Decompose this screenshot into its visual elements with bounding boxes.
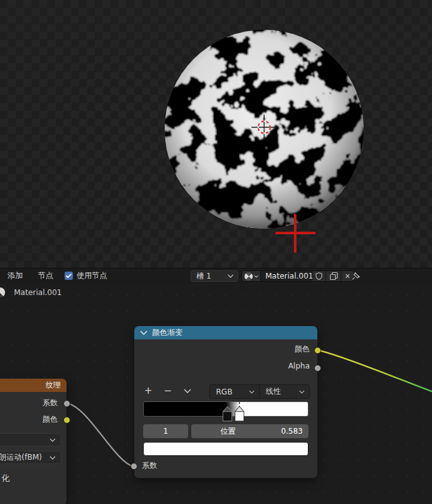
position-label: 位置 bbox=[220, 426, 236, 437]
noise-texture-node[interactable]: 纹理 系数 颜色 朗运动(fBM) 化 bbox=[0, 379, 67, 504]
breadcrumb: Material.001 bbox=[14, 288, 61, 297]
output-color-label: 颜色 bbox=[295, 344, 310, 355]
chevron-down-icon bbox=[184, 389, 191, 393]
shader-editor-canvas[interactable]: Material.001 纹理 系数 颜色 朗运动(fBM) 化 bbox=[0, 283, 432, 504]
ramp-dropdowns: RGB 线性 bbox=[209, 384, 310, 399]
chevron-down-icon bbox=[249, 390, 255, 394]
ramp-stop-handle-black[interactable] bbox=[223, 406, 232, 421]
node-header[interactable]: 颜色渐变 bbox=[134, 326, 317, 339]
checkbox-checked-icon bbox=[65, 272, 73, 280]
chevron-down-icon bbox=[49, 456, 56, 460]
blender-window: 添加 节点 使用节点 槽 1 Material.001 bbox=[0, 0, 432, 504]
input-fac-socket[interactable] bbox=[130, 463, 137, 470]
output-fac-label: 系数 bbox=[42, 398, 58, 408]
chevron-down-icon bbox=[299, 390, 305, 394]
pin-icon[interactable] bbox=[351, 271, 361, 281]
link-color-output bbox=[318, 350, 432, 392]
normalize-label: 化 bbox=[1, 473, 10, 484]
output-color-socket[interactable] bbox=[314, 347, 321, 354]
stop-color-swatch[interactable] bbox=[143, 442, 308, 456]
material-datablock-selector: Material.001 ✕ bbox=[241, 270, 354, 282]
output-alpha-label: Alpha bbox=[288, 362, 310, 370]
color-ramp-handles bbox=[143, 401, 308, 427]
add-stop-button[interactable]: + bbox=[141, 384, 156, 398]
material-name-field[interactable]: Material.001 bbox=[261, 271, 312, 281]
use-nodes-label: 使用节点 bbox=[77, 270, 107, 281]
slot-dropdown[interactable]: 槽 1 bbox=[191, 270, 238, 282]
3d-viewport[interactable] bbox=[0, 0, 432, 268]
material-sphere-icon bbox=[0, 287, 5, 298]
close-icon: ✕ bbox=[345, 272, 350, 280]
menu-add[interactable]: 添加 bbox=[0, 270, 30, 281]
node-body bbox=[0, 392, 67, 504]
node-title: 纹理 bbox=[0, 380, 61, 391]
input-fac-label: 系数 bbox=[142, 460, 157, 471]
output-color-label: 颜色 bbox=[42, 414, 58, 425]
paint-cursor-horizontal bbox=[276, 232, 315, 234]
duplicate-icon bbox=[329, 272, 338, 280]
color-mode-label: RGB bbox=[216, 387, 232, 396]
browse-material-button[interactable] bbox=[242, 271, 260, 281]
material-sphere-icon bbox=[245, 272, 253, 280]
menu-node[interactable]: 节点 bbox=[30, 270, 61, 281]
noise-type-label: 朗运动(fBM) bbox=[0, 452, 42, 463]
shader-editor-header: 添加 节点 使用节点 槽 1 Material.001 bbox=[0, 268, 432, 283]
slot-dropdown-label: 槽 1 bbox=[196, 271, 211, 282]
output-fac-socket[interactable] bbox=[63, 400, 70, 407]
remove-stop-button[interactable]: − bbox=[160, 384, 175, 398]
3d-cursor-icon bbox=[250, 113, 278, 141]
output-alpha-socket[interactable] bbox=[314, 365, 321, 372]
noise-type-dropdown[interactable]: 朗运动(fBM) bbox=[0, 451, 61, 464]
specials-dropdown-button[interactable] bbox=[180, 384, 195, 398]
chevron-down-icon bbox=[49, 438, 56, 442]
shield-icon bbox=[315, 272, 323, 280]
chevron-down-icon bbox=[254, 275, 258, 278]
texture-dropdown-1[interactable] bbox=[0, 433, 61, 446]
interpolation-dropdown[interactable]: 线性 bbox=[260, 385, 310, 398]
color-mode-dropdown[interactable]: RGB bbox=[210, 385, 259, 398]
use-nodes-toggle[interactable]: 使用节点 bbox=[65, 270, 107, 281]
output-color-socket[interactable] bbox=[63, 417, 70, 424]
position-value: 0.583 bbox=[281, 427, 303, 436]
ramp-stop-handle-white-active[interactable] bbox=[235, 406, 244, 421]
chevron-down-icon bbox=[227, 274, 234, 278]
link-fac-to-fac bbox=[67, 403, 134, 467]
color-ramp-node[interactable]: 颜色渐变 颜色 Alpha + − RGB 线性 bbox=[134, 326, 317, 478]
node-title: 颜色渐变 bbox=[152, 327, 182, 338]
interpolation-label: 线性 bbox=[266, 386, 281, 397]
new-material-button[interactable] bbox=[326, 271, 341, 281]
collapse-chevron-icon[interactable] bbox=[140, 331, 148, 335]
fake-user-button[interactable] bbox=[312, 271, 326, 281]
